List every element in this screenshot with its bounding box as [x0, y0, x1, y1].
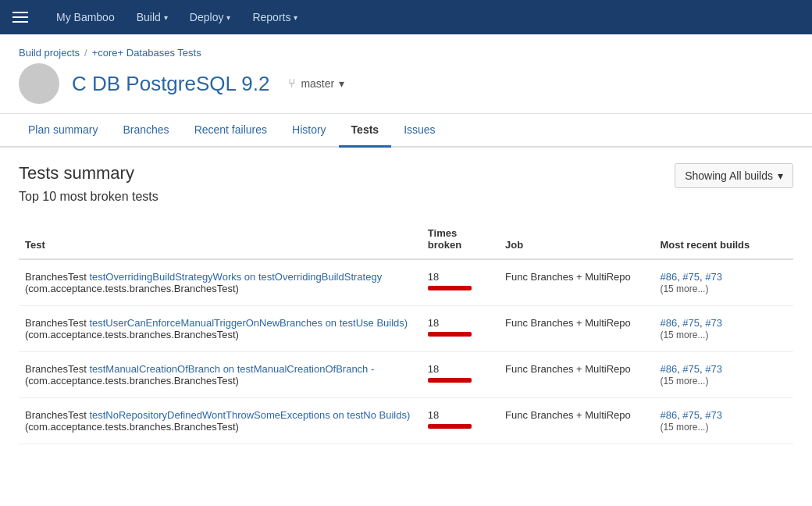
- test-class-1: (com.acceptance.tests.branches.BranchesT…: [25, 329, 239, 340]
- tab-recent-failures[interactable]: Recent failures: [182, 114, 280, 148]
- nav-deploy[interactable]: Deploy ▾: [180, 5, 240, 30]
- tab-branches[interactable]: Branches: [110, 114, 181, 148]
- branch-selector[interactable]: ⑂ master ▾: [282, 73, 351, 94]
- table-row: BranchesTest testOverridingBuildStrategy…: [19, 259, 793, 306]
- tab-tests[interactable]: Tests: [339, 114, 392, 148]
- test-cell-1: BranchesTest testUserCanEnforceManualTri…: [19, 306, 422, 352]
- branch-dropdown-icon: ▾: [339, 77, 344, 90]
- builds-cell-2: #86, #75, #73(15 more...): [654, 352, 793, 398]
- top-navigation: My Bamboo Build ▾ Deploy ▾ Reports ▾: [0, 0, 812, 34]
- build-link-2-0[interactable]: #86: [660, 363, 677, 375]
- build-link-3-1[interactable]: #75: [682, 409, 700, 421]
- build-link-2-2[interactable]: #73: [705, 363, 722, 375]
- test-cell-2: BranchesTest testManualCreationOfBranch …: [19, 352, 422, 398]
- test-cell-0: BranchesTest testOverridingBuildStrategy…: [19, 259, 422, 306]
- more-builds-2: (15 more...): [660, 376, 708, 387]
- times-broken-cell-0: 18: [422, 259, 499, 306]
- nav-build[interactable]: Build ▾: [127, 5, 177, 30]
- test-cell-3: BranchesTest testNoRepositoryDefinedWont…: [19, 398, 422, 444]
- test-class-2: (com.acceptance.tests.branches.BranchesT…: [25, 375, 239, 387]
- build-link-0-0[interactable]: #86: [660, 271, 677, 283]
- broken-count-3: 18: [428, 409, 493, 421]
- times-broken-cell-3: 18: [422, 398, 499, 444]
- job-name-2: Func Branches + MultiRepo: [505, 363, 631, 375]
- broken-bar-3: [428, 424, 472, 429]
- tab-bar: Plan summary Branches Recent failures Hi…: [0, 114, 812, 148]
- job-name-0: Func Branches + MultiRepo: [505, 271, 631, 283]
- job-cell-2: Func Branches + MultiRepo: [499, 352, 654, 398]
- job-cell-3: Func Branches + MultiRepo: [499, 398, 654, 444]
- hamburger-menu[interactable]: [12, 12, 28, 23]
- test-class-0: (com.acceptance.tests.branches.BranchesT…: [25, 283, 239, 294]
- job-cell-0: Func Branches + MultiRepo: [499, 259, 654, 306]
- showing-label: Showing All builds: [685, 169, 773, 182]
- project-header: Build projects / +core+ Databases Tests …: [0, 34, 812, 114]
- more-builds-1: (15 more...): [660, 330, 708, 340]
- test-link-3[interactable]: testNoRepositoryDefinedWontThrowSomeExce…: [89, 409, 410, 421]
- test-link-2[interactable]: testManualCreationOfBranch on testManual…: [89, 363, 374, 375]
- build-projects-link[interactable]: Build projects: [19, 47, 80, 59]
- broken-bar-1: [428, 332, 472, 337]
- breadcrumb: Build projects / +core+ Databases Tests: [19, 47, 793, 59]
- broken-count-2: 18: [428, 363, 493, 375]
- col-header-test: Test: [19, 219, 422, 259]
- tab-issues[interactable]: Issues: [391, 114, 447, 148]
- broken-count-1: 18: [428, 317, 493, 329]
- tab-plan-summary[interactable]: Plan summary: [16, 114, 110, 148]
- project-avatar: [19, 63, 59, 104]
- table-row: BranchesTest testUserCanEnforceManualTri…: [19, 306, 793, 352]
- test-link-1[interactable]: testUserCanEnforceManualTriggerOnNewBran…: [89, 317, 408, 329]
- broken-count-0: 18: [428, 271, 493, 283]
- more-builds-3: (15 more...): [660, 422, 708, 433]
- job-cell-1: Func Branches + MultiRepo: [499, 306, 654, 352]
- job-name-3: Func Branches + MultiRepo: [505, 409, 631, 421]
- tests-table: Test Times broken Job Most recent builds…: [19, 219, 793, 444]
- more-builds-0: (15 more...): [660, 283, 708, 294]
- builds-cell-0: #86, #75, #73(15 more...): [654, 259, 793, 306]
- project-group-link[interactable]: +core+ Databases Tests: [92, 47, 201, 59]
- main-content: Tests summary Top 10 most broken tests S…: [0, 148, 812, 460]
- branch-icon: ⑂: [288, 77, 296, 91]
- build-link-1-1[interactable]: #75: [682, 317, 700, 329]
- test-link-0[interactable]: testOverridingBuildStrategyWorks on test…: [89, 271, 382, 283]
- section-subtitle: Top 10 most broken tests: [19, 190, 158, 204]
- build-link-3-2[interactable]: #73: [705, 409, 722, 421]
- page-title: Tests summary: [19, 163, 158, 184]
- nav-my-bamboo[interactable]: My Bamboo: [47, 5, 124, 30]
- builds-cell-3: #86, #75, #73(15 more...): [654, 398, 793, 444]
- build-link-2-1[interactable]: #75: [682, 363, 700, 375]
- build-link-1-2[interactable]: #73: [705, 317, 722, 329]
- table-row: BranchesTest testNoRepositoryDefinedWont…: [19, 398, 793, 444]
- deploy-dropdown-icon: ▾: [226, 13, 230, 22]
- build-link-0-1[interactable]: #75: [682, 271, 700, 283]
- col-header-most-recent-builds: Most recent builds: [654, 219, 793, 259]
- showing-dropdown-icon: ▾: [778, 169, 783, 182]
- broken-bar-2: [428, 378, 472, 383]
- col-header-times-broken: Times broken: [422, 219, 499, 259]
- test-class-3: (com.acceptance.tests.branches.BranchesT…: [25, 421, 239, 433]
- showing-all-builds-dropdown[interactable]: Showing All builds ▾: [675, 163, 793, 188]
- branch-name: master: [301, 77, 334, 90]
- broken-bar-0: [428, 286, 472, 290]
- test-plain-0: BranchesTest: [25, 271, 89, 283]
- reports-dropdown-icon: ▾: [294, 13, 297, 22]
- job-name-1: Func Branches + MultiRepo: [505, 317, 631, 329]
- nav-reports[interactable]: Reports ▾: [243, 5, 307, 30]
- test-plain-2: BranchesTest: [25, 363, 89, 375]
- build-link-3-0[interactable]: #86: [660, 409, 677, 421]
- tab-history[interactable]: History: [280, 114, 339, 148]
- col-header-job: Job: [499, 219, 654, 259]
- test-plain-3: BranchesTest: [25, 409, 89, 421]
- table-row: BranchesTest testManualCreationOfBranch …: [19, 352, 793, 398]
- build-dropdown-icon: ▾: [164, 13, 168, 22]
- project-title: C DB PostgreSQL 9.2: [72, 72, 269, 96]
- test-plain-1: BranchesTest: [25, 317, 89, 329]
- breadcrumb-separator: /: [84, 47, 87, 59]
- builds-cell-1: #86, #75, #73(15 more...): [654, 306, 793, 352]
- times-broken-cell-1: 18: [422, 306, 499, 352]
- times-broken-cell-2: 18: [422, 352, 499, 398]
- build-link-1-0[interactable]: #86: [660, 317, 677, 329]
- build-link-0-2[interactable]: #73: [705, 271, 722, 283]
